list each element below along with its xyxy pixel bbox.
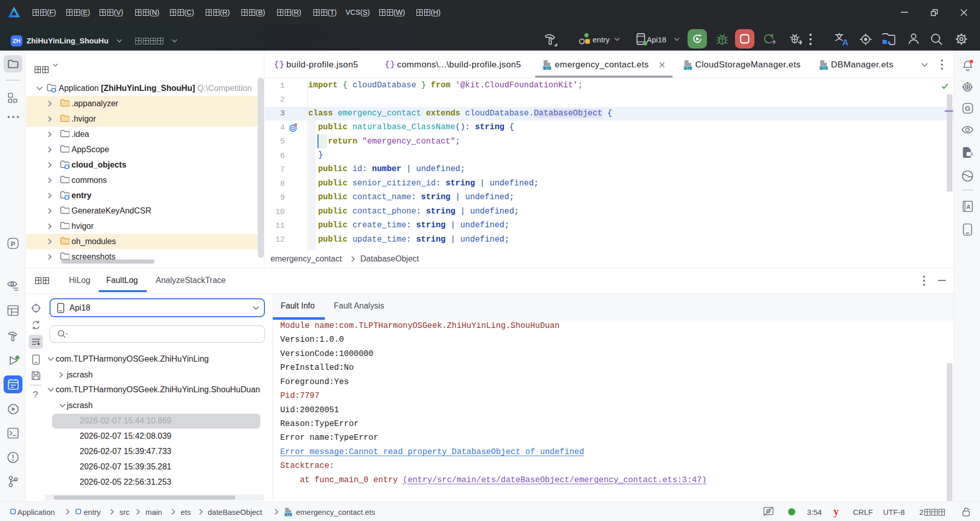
svg-text:G: G	[965, 105, 971, 112]
svg-text:ETS: ETS	[820, 66, 828, 70]
svg-text:P: P	[11, 240, 15, 248]
svg-text:ETS: ETS	[684, 66, 692, 70]
svg-text:ETS: ETS	[285, 513, 292, 516]
svg-text:A: A	[966, 204, 970, 210]
svg-text:A: A	[842, 38, 848, 47]
svg-text:ETS: ETS	[544, 66, 551, 70]
